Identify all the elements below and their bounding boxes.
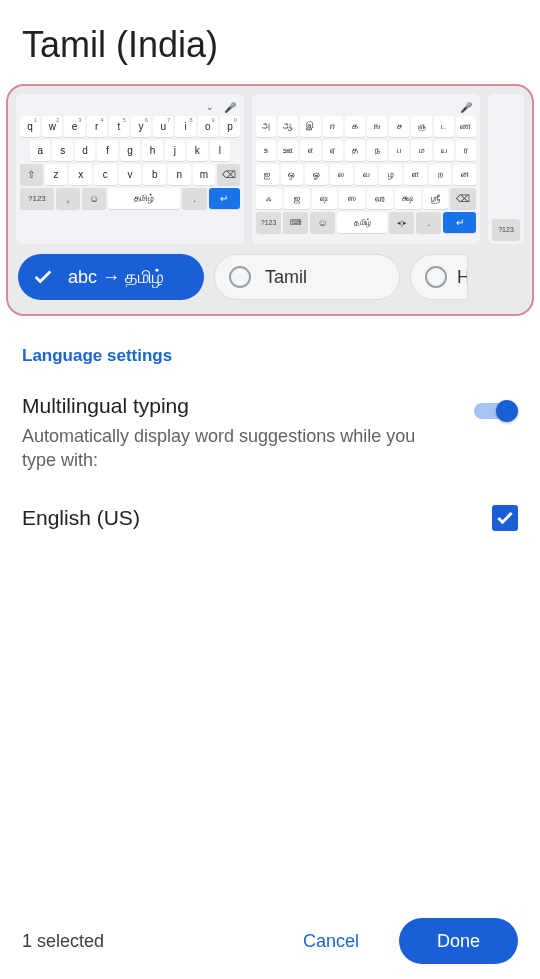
mic-icon: 🎤	[224, 102, 236, 113]
key: ச	[389, 116, 409, 137]
key: g	[120, 140, 140, 161]
mic-icon: 🎤	[460, 102, 472, 113]
done-button[interactable]: Done	[399, 918, 518, 964]
page-title: Tamil (India)	[0, 0, 540, 84]
key: ஓ	[305, 164, 328, 185]
backspace-key: ⌫	[217, 164, 240, 185]
english-row[interactable]: English (US)	[22, 505, 518, 531]
shift-key: ⇧	[20, 164, 43, 185]
key: ஜ	[284, 188, 310, 209]
chip-tamil[interactable]: Tamil	[214, 254, 400, 300]
key: த	[345, 140, 365, 161]
key: வ	[355, 164, 378, 185]
comma-key: ,	[56, 188, 80, 209]
key: ள	[404, 164, 427, 185]
key: f	[97, 140, 117, 161]
key-q: q1	[20, 116, 40, 137]
key: இ	[300, 116, 320, 137]
key: ஆ	[278, 116, 298, 137]
lang-key: ⌨	[283, 212, 308, 233]
key: ல	[330, 164, 353, 185]
multilingual-sub: Automatically display word suggestions w…	[22, 424, 454, 473]
space-key: தமிழ்	[337, 212, 387, 233]
key: v	[119, 164, 142, 185]
key: க்ஷ	[395, 188, 421, 209]
qwerty-card: ⌄ 🎤 q1w2e3r4t5y6u7i8o9p0 asdfghjkl ⇧ zxc…	[16, 94, 244, 244]
preview-scroll[interactable]: ⌄ 🎤 q1w2e3r4t5y6u7i8o9p0 asdfghjkl ⇧ zxc…	[16, 94, 524, 244]
keyboard-preview-area: ⌄ 🎤 q1w2e3r4t5y6u7i8o9p0 asdfghjkl ⇧ zxc…	[6, 84, 534, 316]
key: d	[75, 140, 95, 161]
multilingual-toggle[interactable]	[474, 400, 518, 422]
enter-key: ↵	[209, 188, 240, 209]
tamil-card: 🎤 அஆஇஈகஙசஞடண உஊஎஏதநபமயர ஐஒஓலவழளறன ஃஜஷஸஹக…	[252, 94, 480, 244]
key: ட	[434, 116, 454, 137]
multilingual-title: Multilingual typing	[22, 394, 454, 418]
key: ஃ	[256, 188, 282, 209]
key: ஶ்ரீ	[423, 188, 449, 209]
key: b	[143, 164, 166, 185]
space-key: தமிழ்	[108, 188, 180, 209]
multilingual-row[interactable]: Multilingual typing Automatically displa…	[22, 394, 518, 473]
check-icon	[32, 266, 54, 288]
key: ப	[389, 140, 409, 161]
partial-card: ?123	[488, 94, 524, 244]
chip-label: Tamil	[265, 267, 307, 288]
chip-handwriting[interactable]: Ha	[410, 254, 468, 300]
footer: 1 selected Cancel Done	[0, 903, 540, 979]
key: ம	[411, 140, 431, 161]
key-p: p0	[220, 116, 240, 137]
key: அ	[256, 116, 276, 137]
key: உ	[256, 140, 276, 161]
key: ஹ	[367, 188, 393, 209]
radio-icon	[425, 266, 447, 288]
english-checkbox[interactable]	[492, 505, 518, 531]
num-key: ?123	[20, 188, 54, 209]
key: ந	[367, 140, 387, 161]
english-label: English (US)	[22, 506, 140, 530]
cursor-key: ◂¦▸	[389, 212, 414, 233]
key: ர	[456, 140, 476, 161]
key: ஊ	[278, 140, 298, 161]
keyboard-option-tamil[interactable]: 🎤 அஆஇஈகஙசஞடண உஊஎஏதநபமயர ஐஒஓலவழளறன ஃஜஷஸஹக…	[252, 94, 480, 244]
key: ஒ	[281, 164, 304, 185]
key: ய	[434, 140, 454, 161]
key: ண	[456, 116, 476, 137]
key: க	[345, 116, 365, 137]
key-u: u7	[153, 116, 173, 137]
key: ன	[453, 164, 476, 185]
chip-abc-tamil[interactable]: abc → தமிழ்	[18, 254, 204, 300]
num-key: ?123	[256, 212, 281, 233]
key-o: o9	[198, 116, 218, 137]
key: j	[165, 140, 185, 161]
period-key: .	[416, 212, 441, 233]
key-y: y6	[131, 116, 151, 137]
key: ழ	[379, 164, 402, 185]
key-w: w2	[42, 116, 62, 137]
keyboard-option-abc[interactable]: ⌄ 🎤 q1w2e3r4t5y6u7i8o9p0 asdfghjkl ⇧ zxc…	[16, 94, 244, 244]
cancel-button[interactable]: Cancel	[277, 918, 385, 964]
key: c	[94, 164, 117, 185]
key: n	[168, 164, 191, 185]
key-e: e3	[64, 116, 84, 137]
selection-status: 1 selected	[22, 931, 263, 952]
key: l	[210, 140, 230, 161]
keyboard-option-handwriting[interactable]: ?123	[488, 94, 524, 244]
key: ஏ	[323, 140, 343, 161]
option-chips: abc → தமிழ் Tamil Ha	[16, 254, 524, 300]
backspace-key: ⌫	[450, 188, 476, 209]
key: ங	[367, 116, 387, 137]
chip-label: abc → தமிழ்	[68, 267, 164, 288]
key-t: t5	[109, 116, 129, 137]
period-key: .	[182, 188, 206, 209]
key: s	[52, 140, 72, 161]
emoji-key: ☺	[310, 212, 335, 233]
key: x	[69, 164, 92, 185]
chip-label: Ha	[457, 267, 468, 288]
enter-key: ↵	[443, 212, 476, 233]
key: ஸ	[339, 188, 365, 209]
radio-icon	[229, 266, 251, 288]
key: k	[187, 140, 207, 161]
chevron-down-icon: ⌄	[206, 102, 214, 112]
emoji-key: ☺	[82, 188, 106, 209]
key: z	[45, 164, 68, 185]
